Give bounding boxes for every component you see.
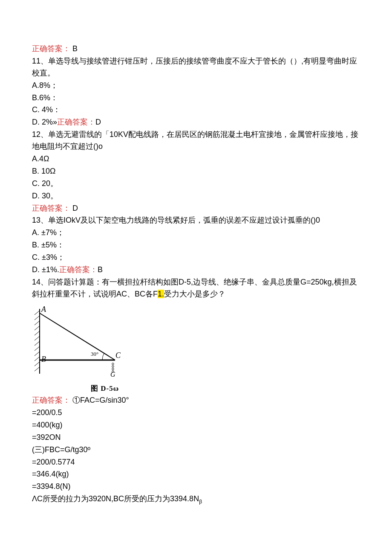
q14-ans-final-sub: β [199,499,202,505]
document-page: 正确答案： B 11、单选导线与接续管进行钳压时，压接后的接续管弯曲度不应大于管… [0,0,392,523]
q14-ans7: =346.4(kg) [32,468,360,480]
q11-option-c: C. 4%： [32,104,360,116]
q14-ans3: =400(kg) [32,419,360,431]
svg-point-15 [112,363,114,365]
figure-label-c: C [115,350,121,362]
q14-ans8: =3394.8(N) [32,481,360,493]
q14-header: 14、问答题计算题：有一横担拉杆结构如图D-5,边导线、绝缘子串、金具总质量G=… [32,276,360,300]
q10-answer-line: 正确答案： B [32,43,360,55]
figure-label-b: B [41,354,46,366]
q13-option-a: A. ±7%； [32,227,360,239]
q11-option-a: A.8%； [32,80,360,92]
q11-option-d-prefix: D. 2%» [32,118,57,126]
figure-label-a: A [41,304,46,316]
svg-line-5 [35,331,40,335]
svg-line-2 [35,316,40,320]
q14-ans4: =392ON [32,432,360,444]
answer-label: 正确答案： [32,44,70,53]
svg-line-14 [40,313,115,360]
q13-option-d-prefix: D. ±1%. [32,265,59,274]
svg-line-11 [35,362,40,366]
answer-value: D [95,118,101,126]
svg-line-4 [35,326,40,330]
q11-header: 11、单选导线与接续管进行钳压时，压接后的接续管弯曲度不应大于管长的（）,有明显… [32,55,360,79]
q14-highlight: 1. [158,290,164,298]
svg-line-3 [35,321,40,325]
svg-line-8 [35,346,40,351]
q12-answer-line: 正确答案： D [32,203,360,215]
q14-ans1: ①FAC=G/sin30° [72,396,129,404]
answer-value: D [72,204,78,212]
svg-line-7 [35,341,40,346]
answer-label: 正确答案： [32,204,70,212]
q14-ans-final: ΛC所受的拉力为3920N,BC所受的压力为3394.8Nβ [32,493,360,506]
answer-label: 正确答案： [57,118,95,126]
figure-label-g: G [110,369,115,380]
svg-line-9 [35,352,40,356]
q14-ans5: (三)FBC=G/tg30º [32,444,360,456]
svg-line-10 [35,357,40,361]
answer-label: 正确答案： [59,265,98,274]
q14-ans6: =200/0.5774 [32,456,360,468]
q13-header: 13、单选IOkV及以下架空电力线路的导线紧好后，弧垂的误差不应超过设计孤垂的(… [32,215,360,227]
q14-answer-line1: 正确答案： ①FAC=G/sin30° [32,395,360,407]
svg-point-16 [112,366,114,367]
q12-option-b: B. 10Ω [32,166,360,177]
q14-header-part2: 受力大小是多少？ [164,290,225,298]
answer-value: B [72,44,78,53]
answer-label: 正确答案： [32,396,70,404]
svg-line-1 [35,311,40,315]
q12-header: 12、单选无避雷线的「10KV配电线路，在居民区的钢筋混凝土电杆宜接地，金属管杆… [32,129,360,153]
svg-line-12 [35,367,40,371]
figure-caption: 图 D-5ω [91,383,360,394]
figure-angle: 30° [91,350,98,358]
figure-d5: A B C G 30° [32,305,130,382]
svg-line-6 [35,336,40,340]
q14-ans2: =200/0.5 [32,407,360,419]
answer-value: B [98,265,103,274]
q13-option-d: D. ±1%.正确答案：B [32,264,360,276]
q12-option-d: D. 30。 [32,190,360,202]
q11-option-b: B.6%： [32,92,360,104]
q13-option-b: B. ±5%： [32,239,360,251]
q12-option-c: C. 20。 [32,178,360,190]
q13-option-c: C. ±3%； [32,252,360,264]
q14-ans-final-pre: ΛC所受的拉力为3920N,BC所受的压力为3394.8N [32,494,199,503]
q12-option-a: A.4Ω [32,153,360,165]
q11-option-d: D. 2%»正确答案：D [32,116,360,128]
